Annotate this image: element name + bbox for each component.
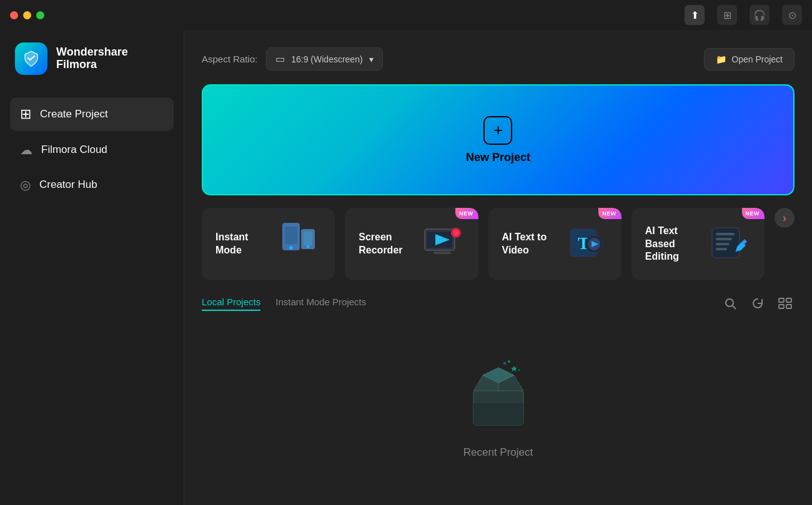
chevron-down-icon: ▾ bbox=[369, 54, 374, 64]
sidebar: Wondershare Filmora ⊞ Create Project ☁ F… bbox=[0, 30, 184, 505]
minimize-button[interactable] bbox=[23, 11, 31, 19]
brand-name-line1: Wondershare bbox=[56, 46, 128, 59]
new-project-label: New Project bbox=[466, 151, 530, 164]
sidebar-nav: ⊞ Create Project ☁ Filmora Cloud ◎ Creat… bbox=[10, 97, 174, 201]
empty-box-icon bbox=[458, 356, 539, 434]
content-area: Aspect Ratio: ▭ 16:9 (Widescreen) ▾ 📁 Op… bbox=[184, 30, 812, 505]
quick-action-screen-recorder[interactable]: NEW Screen Recorder bbox=[345, 208, 478, 280]
aspect-ratio-section: Aspect Ratio: ▭ 16:9 (Widescreen) ▾ bbox=[202, 47, 383, 71]
titlebar: ⬆ ⊞ 🎧 ⊙ bbox=[0, 0, 812, 30]
svg-rect-26 bbox=[786, 298, 791, 302]
sidebar-item-label-create-project: Create Project bbox=[40, 108, 108, 120]
hub-icon: ◎ bbox=[20, 177, 31, 192]
screen-recorder-icon bbox=[420, 220, 465, 268]
svg-line-24 bbox=[733, 306, 736, 309]
svg-point-23 bbox=[726, 299, 733, 306]
ai-text-based-editing-label: AI Text Based Editing bbox=[645, 225, 706, 263]
svg-point-32 bbox=[518, 370, 520, 371]
svg-rect-21 bbox=[716, 248, 727, 250]
tab-instant-mode-projects[interactable]: Instant Mode Projects bbox=[275, 297, 366, 311]
aspect-ratio-select[interactable]: ▭ 16:9 (Widescreen) ▾ bbox=[266, 47, 382, 71]
projects-section: Local Projects Instant Mode Projects bbox=[202, 294, 795, 490]
screen-recorder-badge: NEW bbox=[455, 208, 478, 219]
brand: Wondershare Filmora bbox=[10, 42, 174, 75]
ai-text-based-editing-badge: NEW bbox=[742, 208, 765, 219]
svg-rect-25 bbox=[779, 298, 784, 302]
svg-rect-20 bbox=[716, 243, 730, 245]
refresh-button[interactable] bbox=[748, 294, 767, 313]
sidebar-item-creator-hub[interactable]: ◎ Creator Hub bbox=[10, 169, 174, 201]
open-project-button[interactable]: 📁 Open Project bbox=[704, 48, 795, 71]
headset-icon[interactable]: 🎧 bbox=[750, 5, 770, 25]
tab-local-projects[interactable]: Local Projects bbox=[202, 297, 260, 311]
svg-rect-1 bbox=[285, 227, 297, 244]
new-project-banner[interactable]: + New Project bbox=[202, 84, 795, 195]
svg-point-11 bbox=[453, 230, 459, 236]
sidebar-item-label-filmora-cloud: Filmora Cloud bbox=[41, 144, 107, 156]
sidebar-item-filmora-cloud[interactable]: ☁ Filmora Cloud bbox=[10, 134, 174, 166]
main-layout: Wondershare Filmora ⊞ Create Project ☁ F… bbox=[0, 30, 812, 505]
svg-point-31 bbox=[508, 360, 510, 363]
svg-rect-19 bbox=[716, 238, 732, 240]
top-bar: Aspect Ratio: ▭ 16:9 (Widescreen) ▾ 📁 Op… bbox=[202, 47, 795, 71]
svg-rect-18 bbox=[716, 233, 735, 235]
projects-tabs: Local Projects Instant Mode Projects bbox=[202, 297, 366, 311]
quick-action-ai-text-based-editing[interactable]: NEW AI Text Based Editing bbox=[631, 208, 765, 280]
new-project-plus-icon: + bbox=[483, 116, 512, 145]
svg-point-5 bbox=[307, 245, 310, 248]
view-mode-button[interactable] bbox=[776, 294, 795, 313]
titlebar-actions: ⬆ ⊞ 🎧 ⊙ bbox=[685, 5, 802, 25]
svg-rect-9 bbox=[433, 252, 451, 254]
svg-rect-30 bbox=[473, 403, 523, 425]
aspect-ratio-value: 16:9 (Widescreen) bbox=[291, 54, 362, 64]
ai-text-to-video-badge: NEW bbox=[598, 208, 621, 219]
aspect-ratio-label: Aspect Ratio: bbox=[202, 54, 257, 64]
instant-mode-label: Instant Mode bbox=[215, 231, 276, 257]
maximize-button[interactable] bbox=[36, 11, 44, 19]
open-project-label: Open Project bbox=[731, 54, 783, 64]
projects-header: Local Projects Instant Mode Projects bbox=[202, 294, 795, 313]
search-button[interactable] bbox=[721, 294, 740, 313]
brand-text: Wondershare Filmora bbox=[56, 46, 128, 71]
empty-state: Recent Project bbox=[202, 325, 795, 490]
ai-text-to-video-icon: T bbox=[563, 220, 608, 268]
grid-icon[interactable]: ⊞ bbox=[717, 5, 737, 25]
ai-text-to-video-label: AI Text to Video bbox=[502, 231, 563, 257]
screen-icon: ▭ bbox=[275, 53, 285, 65]
folder-icon: 📁 bbox=[716, 54, 726, 64]
ai-text-based-editing-icon bbox=[706, 220, 751, 268]
settings-icon[interactable]: ⊙ bbox=[782, 5, 802, 25]
svg-rect-28 bbox=[786, 305, 791, 308]
svg-rect-27 bbox=[779, 305, 784, 308]
quick-action-ai-text-to-video[interactable]: NEW AI Text to Video T bbox=[488, 208, 621, 280]
cloud-icon: ☁ bbox=[20, 142, 32, 157]
close-button[interactable] bbox=[10, 11, 18, 19]
quick-action-instant-mode[interactable]: Instant Mode bbox=[202, 208, 335, 280]
plus-icon: ⊞ bbox=[20, 106, 31, 122]
instant-mode-icon bbox=[276, 218, 321, 271]
sidebar-item-create-project[interactable]: ⊞ Create Project bbox=[10, 97, 174, 131]
brand-logo bbox=[15, 42, 47, 75]
traffic-lights bbox=[10, 11, 44, 19]
svg-point-4 bbox=[289, 246, 293, 250]
upload-icon[interactable]: ⬆ bbox=[685, 5, 705, 25]
sidebar-item-label-creator-hub: Creator Hub bbox=[39, 179, 97, 191]
screen-recorder-label: Screen Recorder bbox=[359, 231, 419, 257]
svg-rect-3 bbox=[304, 232, 312, 245]
brand-name-line2: Filmora bbox=[56, 59, 128, 71]
empty-state-text: Recent Project bbox=[463, 446, 533, 459]
quick-actions: Instant Mode NEW Screen Recorder bbox=[202, 208, 795, 280]
next-arrow-button[interactable]: › bbox=[775, 208, 795, 228]
projects-actions bbox=[721, 294, 795, 313]
new-project-content: + New Project bbox=[466, 116, 530, 164]
